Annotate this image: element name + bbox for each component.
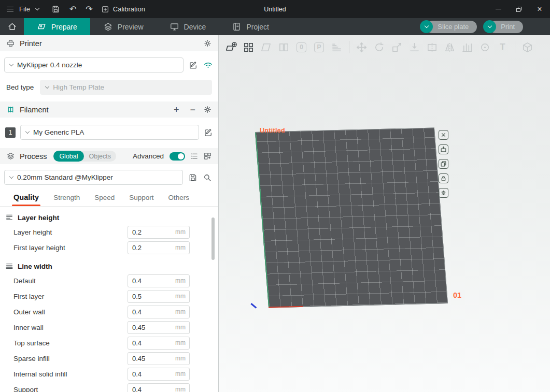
add-plate-button[interactable] xyxy=(224,40,238,54)
flatten-button[interactable] xyxy=(407,40,421,54)
fill-bed-button[interactable]: 0 xyxy=(294,40,308,54)
layer-height-group: Layer height Layer height 0.2 mm First l… xyxy=(0,207,218,255)
object-list-icon[interactable] xyxy=(203,152,212,161)
top-surface-line-width-input[interactable]: 0.4 mm xyxy=(128,337,190,350)
outer-wall-line-width-input[interactable]: 0.4 mm xyxy=(128,306,190,318)
calibration-label: Calibration xyxy=(113,5,145,13)
objects-toggle-option[interactable]: Objects xyxy=(84,153,116,160)
filament-preset-select[interactable]: My Generic PLA xyxy=(20,125,199,140)
param-unit: mm xyxy=(175,339,189,346)
tab-device[interactable]: Device xyxy=(157,18,219,35)
tab-preview[interactable]: Preview xyxy=(90,18,157,35)
close-button[interactable]: × xyxy=(529,0,550,18)
param-unit: mm xyxy=(175,277,189,284)
filament-settings-gear-icon[interactable] xyxy=(203,105,212,114)
plate-name-label[interactable]: Untitled xyxy=(260,127,285,134)
restore-button[interactable] xyxy=(509,0,529,18)
printer-preset-select[interactable]: MyKlipper 0.4 nozzle xyxy=(4,57,184,72)
menu-icon[interactable] xyxy=(7,7,13,12)
split-to-objects-button[interactable] xyxy=(277,40,291,54)
viewport-canvas[interactable]: 0 P xyxy=(219,35,550,392)
save-icon[interactable] xyxy=(51,5,60,13)
lock-plate-button[interactable] xyxy=(439,173,448,183)
internal-solid-infill-line-width-input[interactable]: 0.4 mm xyxy=(128,368,190,381)
printer-settings-gear-icon[interactable] xyxy=(203,39,212,48)
arrange-plate-button[interactable] xyxy=(439,144,448,154)
cut-button[interactable] xyxy=(425,40,439,54)
parameter-table-icon[interactable] xyxy=(190,152,199,161)
process-icon xyxy=(6,152,15,161)
filament-preset-value: My Generic PLA xyxy=(33,128,84,136)
window-controls: × xyxy=(488,0,550,18)
process-preset-select[interactable]: 0.20mm Standard @MyKlipper xyxy=(4,170,183,185)
seam-paint-button[interactable] xyxy=(478,40,492,54)
tab-others[interactable]: Others xyxy=(161,194,197,206)
sparse-infill-line-width-input[interactable]: 0.45 mm xyxy=(128,352,190,365)
file-menu[interactable]: File xyxy=(19,5,30,13)
tab-quality[interactable]: Quality xyxy=(6,193,46,206)
bed-type-select[interactable]: High Temp Plate xyxy=(40,80,212,95)
mirror-button[interactable] xyxy=(443,40,457,54)
param-label: Top surface xyxy=(13,339,50,347)
filament-index-badge[interactable]: 1 xyxy=(5,127,16,138)
home-tab[interactable] xyxy=(0,18,24,35)
minimize-button[interactable] xyxy=(488,0,509,18)
delete-plate-button[interactable] xyxy=(439,130,448,140)
split-to-parts-button[interactable]: P xyxy=(312,40,326,54)
move-button[interactable] xyxy=(355,40,369,54)
scale-button[interactable] xyxy=(390,40,404,54)
filament-section-title: Filament xyxy=(20,106,49,114)
main-tabbar: Prepare Preview Device Project Slice pla… xyxy=(0,18,550,35)
build-plate[interactable] xyxy=(255,128,448,308)
support-paint-icon xyxy=(461,41,473,53)
wifi-connection-icon[interactable] xyxy=(203,60,213,70)
duplicate-plate-button[interactable] xyxy=(439,159,448,169)
tab-support[interactable]: Support xyxy=(122,194,161,206)
variable-layer-height-icon xyxy=(331,41,343,53)
tab-strength[interactable]: Strength xyxy=(46,194,87,206)
param-value: 0.45 xyxy=(128,355,145,362)
sidebar-scrollbar[interactable] xyxy=(211,217,215,260)
edit-printer-icon[interactable] xyxy=(189,61,198,70)
layer-height-input[interactable]: 0.2 mm xyxy=(128,226,190,239)
print-button[interactable]: Print xyxy=(483,20,523,33)
tab-prepare[interactable]: Prepare xyxy=(24,18,90,35)
plate-settings-button[interactable] xyxy=(439,188,448,198)
variable-layer-height-button[interactable] xyxy=(330,40,344,54)
param-value: 0.4 xyxy=(128,386,142,392)
slice-print-actions: Slice plate Print xyxy=(420,20,523,33)
redo-icon[interactable]: ↷ xyxy=(86,5,92,13)
param-row: Top surface 0.4 mm xyxy=(0,335,218,351)
default-line-width-input[interactable]: 0.4 mm xyxy=(128,274,190,287)
tab-speed[interactable]: Speed xyxy=(87,194,122,206)
search-icon[interactable] xyxy=(203,173,212,182)
file-menu-chevron-icon[interactable] xyxy=(35,6,39,10)
param-unit: mm xyxy=(175,370,189,378)
remove-filament-button[interactable]: − xyxy=(187,105,199,114)
add-filament-button[interactable]: + xyxy=(171,105,182,114)
param-unit: mm xyxy=(175,386,189,392)
support-paint-button[interactable] xyxy=(460,40,474,54)
sidebar: Printer MyKlipper 0.4 nozzle Bed type Hi… xyxy=(0,35,219,392)
first-layer-height-input[interactable]: 0.2 mm xyxy=(128,241,190,254)
support-line-width-input[interactable]: 0.4 mm xyxy=(128,383,190,392)
seam-paint-icon xyxy=(479,41,491,53)
tab-project[interactable]: Project xyxy=(219,18,282,35)
calibration-button[interactable]: Calibration xyxy=(101,5,145,13)
assembly-view-button[interactable] xyxy=(520,40,534,54)
arrange-button[interactable] xyxy=(242,40,256,54)
inner-wall-line-width-input[interactable]: 0.45 mm xyxy=(128,321,190,334)
save-preset-icon[interactable] xyxy=(188,173,198,182)
param-row: Support 0.4 mm xyxy=(0,382,218,392)
param-unit: mm xyxy=(175,308,189,315)
auto-orient-button[interactable] xyxy=(259,40,273,54)
global-toggle-option[interactable]: Global xyxy=(53,151,83,162)
undo-icon[interactable]: ↶ xyxy=(69,5,76,13)
text-tool-button[interactable]: T xyxy=(496,40,510,54)
first-layer-line-width-input[interactable]: 0.5 mm xyxy=(128,290,190,303)
slice-plate-button[interactable]: Slice plate xyxy=(420,20,477,33)
rotate-button[interactable] xyxy=(372,40,386,54)
advanced-toggle[interactable] xyxy=(170,152,185,161)
edit-filament-icon[interactable] xyxy=(204,128,213,137)
process-section-title: Process xyxy=(20,152,47,161)
